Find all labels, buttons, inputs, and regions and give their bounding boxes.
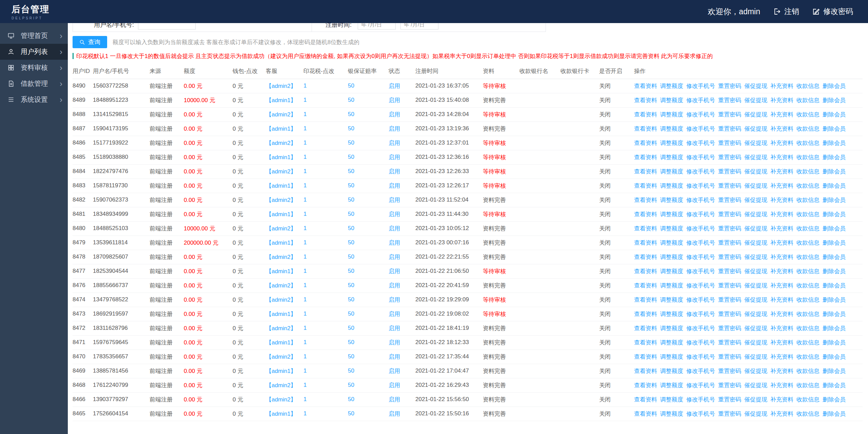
op-delete-member[interactable]: 删除会员 <box>823 140 846 146</box>
op-supplement-profile[interactable]: 补充资料 <box>770 268 793 275</box>
op-urge-withdraw[interactable]: 催促提现 <box>744 282 767 289</box>
op-adjust-quota[interactable]: 调整额度 <box>660 354 683 360</box>
op-view-profile[interactable]: 查看资料 <box>634 354 657 360</box>
op-adjust-quota[interactable]: 调整额度 <box>660 154 683 161</box>
op-urge-withdraw[interactable]: 催促提现 <box>744 225 767 232</box>
op-reset-password[interactable]: 重置密码 <box>718 411 741 417</box>
op-adjust-quota[interactable]: 调整额度 <box>660 368 683 374</box>
op-change-phone[interactable]: 修改手机号 <box>686 83 715 89</box>
op-adjust-quota[interactable]: 调整额度 <box>660 311 683 317</box>
sidebar-item-home[interactable]: 管理首页› <box>0 28 68 44</box>
op-supplement-profile[interactable]: 补充资料 <box>770 83 793 89</box>
op-supplement-profile[interactable]: 补充资料 <box>770 254 793 260</box>
op-delete-member[interactable]: 删除会员 <box>823 211 846 218</box>
op-change-phone[interactable]: 修改手机号 <box>686 225 715 232</box>
op-view-profile[interactable]: 查看资料 <box>634 396 657 403</box>
op-delete-member[interactable]: 删除会员 <box>823 168 846 175</box>
op-delete-member[interactable]: 删除会员 <box>823 368 846 374</box>
op-change-phone[interactable]: 修改手机号 <box>686 411 715 417</box>
op-change-phone[interactable]: 修改手机号 <box>686 154 715 161</box>
op-reset-password[interactable]: 重置密码 <box>718 325 741 332</box>
op-view-profile[interactable]: 查看资料 <box>634 168 657 175</box>
op-payment-info[interactable]: 收款信息 <box>796 368 820 374</box>
op-urge-withdraw[interactable]: 催促提现 <box>744 354 767 360</box>
op-change-phone[interactable]: 修改手机号 <box>686 183 715 189</box>
op-delete-member[interactable]: 删除会员 <box>823 396 846 403</box>
op-delete-member[interactable]: 删除会员 <box>823 197 846 203</box>
op-urge-withdraw[interactable]: 催促提现 <box>744 111 767 118</box>
op-payment-info[interactable]: 收款信息 <box>796 154 820 161</box>
change-password-button[interactable]: 修改密码 <box>812 6 853 17</box>
op-payment-info[interactable]: 收款信息 <box>796 240 820 246</box>
op-change-phone[interactable]: 修改手机号 <box>686 111 715 118</box>
op-adjust-quota[interactable]: 调整额度 <box>660 111 683 118</box>
op-payment-info[interactable]: 收款信息 <box>796 268 820 275</box>
op-view-profile[interactable]: 查看资料 <box>634 140 657 146</box>
op-reset-password[interactable]: 重置密码 <box>718 83 741 89</box>
op-urge-withdraw[interactable]: 催促提现 <box>744 297 767 303</box>
op-delete-member[interactable]: 删除会员 <box>823 126 846 132</box>
op-delete-member[interactable]: 删除会员 <box>823 268 846 275</box>
op-supplement-profile[interactable]: 补充资料 <box>770 240 793 246</box>
op-view-profile[interactable]: 查看资料 <box>634 268 657 275</box>
op-reset-password[interactable]: 重置密码 <box>718 354 741 360</box>
op-supplement-profile[interactable]: 补充资料 <box>770 97 793 103</box>
op-adjust-quota[interactable]: 调整额度 <box>660 183 683 189</box>
op-delete-member[interactable]: 删除会员 <box>823 411 846 417</box>
op-reset-password[interactable]: 重置密码 <box>718 311 741 317</box>
search-button[interactable]: 查询 <box>73 36 107 48</box>
op-reset-password[interactable]: 重置密码 <box>718 197 741 203</box>
op-delete-member[interactable]: 删除会员 <box>823 325 846 332</box>
op-urge-withdraw[interactable]: 催促提现 <box>744 368 767 374</box>
op-view-profile[interactable]: 查看资料 <box>634 83 657 89</box>
op-adjust-quota[interactable]: 调整额度 <box>660 83 683 89</box>
op-view-profile[interactable]: 查看资料 <box>634 311 657 317</box>
op-urge-withdraw[interactable]: 催促提现 <box>744 339 767 346</box>
op-supplement-profile[interactable]: 补充资料 <box>770 411 793 417</box>
op-reset-password[interactable]: 重置密码 <box>718 368 741 374</box>
op-delete-member[interactable]: 删除会员 <box>823 97 846 103</box>
op-payment-info[interactable]: 收款信息 <box>796 339 820 346</box>
op-payment-info[interactable]: 收款信息 <box>796 211 820 218</box>
op-urge-withdraw[interactable]: 催促提现 <box>744 411 767 417</box>
op-adjust-quota[interactable]: 调整额度 <box>660 325 683 332</box>
sidebar-item-audit[interactable]: 资料审核› <box>0 60 68 76</box>
op-delete-member[interactable]: 删除会员 <box>823 382 846 389</box>
op-delete-member[interactable]: 删除会员 <box>823 154 846 161</box>
op-urge-withdraw[interactable]: 催促提现 <box>744 254 767 260</box>
op-change-phone[interactable]: 修改手机号 <box>686 297 715 303</box>
op-change-phone[interactable]: 修改手机号 <box>686 140 715 146</box>
op-adjust-quota[interactable]: 调整额度 <box>660 240 683 246</box>
op-change-phone[interactable]: 修改手机号 <box>686 268 715 275</box>
op-payment-info[interactable]: 收款信息 <box>796 396 820 403</box>
op-change-phone[interactable]: 修改手机号 <box>686 168 715 175</box>
op-payment-info[interactable]: 收款信息 <box>796 325 820 332</box>
op-reset-password[interactable]: 重置密码 <box>718 282 741 289</box>
op-adjust-quota[interactable]: 调整额度 <box>660 197 683 203</box>
logout-button[interactable]: 注销 <box>773 6 799 17</box>
op-view-profile[interactable]: 查看资料 <box>634 368 657 374</box>
op-urge-withdraw[interactable]: 催促提现 <box>744 97 767 103</box>
op-adjust-quota[interactable]: 调整额度 <box>660 396 683 403</box>
op-delete-member[interactable]: 删除会员 <box>823 282 846 289</box>
op-view-profile[interactable]: 查看资料 <box>634 325 657 332</box>
op-supplement-profile[interactable]: 补充资料 <box>770 368 793 374</box>
op-reset-password[interactable]: 重置密码 <box>718 225 741 232</box>
op-change-phone[interactable]: 修改手机号 <box>686 197 715 203</box>
op-change-phone[interactable]: 修改手机号 <box>686 354 715 360</box>
op-view-profile[interactable]: 查看资料 <box>634 97 657 103</box>
op-delete-member[interactable]: 删除会员 <box>823 240 846 246</box>
op-urge-withdraw[interactable]: 催促提现 <box>744 83 767 89</box>
op-payment-info[interactable]: 收款信息 <box>796 254 820 260</box>
op-payment-info[interactable]: 收款信息 <box>796 140 820 146</box>
op-change-phone[interactable]: 修改手机号 <box>686 282 715 289</box>
op-supplement-profile[interactable]: 补充资料 <box>770 111 793 118</box>
op-urge-withdraw[interactable]: 催促提现 <box>744 211 767 218</box>
op-view-profile[interactable]: 查看资料 <box>634 111 657 118</box>
op-view-profile[interactable]: 查看资料 <box>634 297 657 303</box>
op-adjust-quota[interactable]: 调整额度 <box>660 168 683 175</box>
op-adjust-quota[interactable]: 调整额度 <box>660 126 683 132</box>
op-reset-password[interactable]: 重置密码 <box>718 97 741 103</box>
op-delete-member[interactable]: 删除会员 <box>823 297 846 303</box>
op-urge-withdraw[interactable]: 催促提现 <box>744 168 767 175</box>
